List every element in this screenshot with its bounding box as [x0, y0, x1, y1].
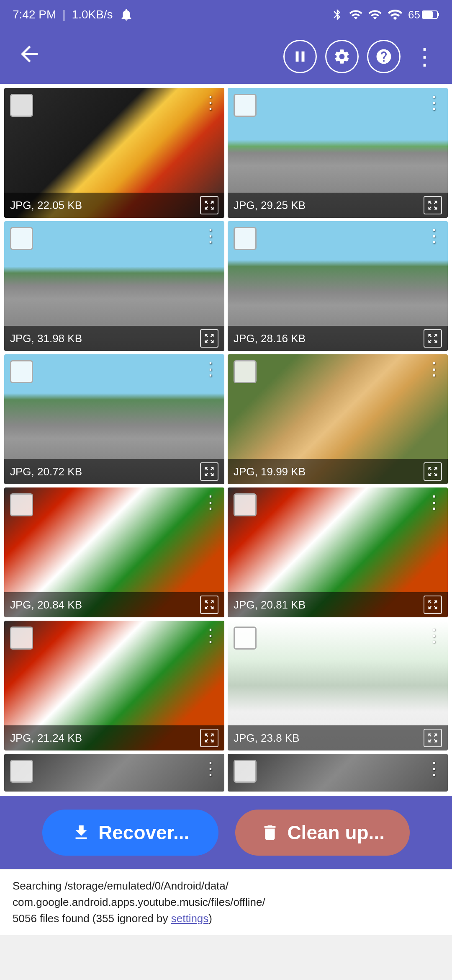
battery-level: 65	[408, 8, 420, 21]
photo-card: ⋮JPG, 20.72 KB	[4, 354, 224, 484]
expand-button[interactable]	[424, 329, 442, 348]
photo-checkbox[interactable]	[10, 360, 33, 383]
photo-card: ⋮JPG, 19.99 KB	[228, 354, 448, 484]
status-speed: 1.0KB/s	[72, 8, 113, 21]
recover-label: Recover...	[98, 821, 189, 844]
wifi-icon	[387, 7, 403, 23]
expand-button[interactable]	[424, 462, 442, 481]
settings-button[interactable]	[325, 40, 359, 73]
expand-button[interactable]	[200, 462, 218, 481]
alarm-icon	[119, 8, 134, 22]
photo-card: ⋮JPG, 20.84 KB	[4, 487, 224, 617]
file-info-bar: JPG, 20.84 KB	[4, 592, 224, 617]
photo-checkbox[interactable]	[234, 760, 257, 783]
photo-card: ⋮JPG, 23.8 KB	[228, 621, 448, 750]
status-bar: 7:42 PM | 1.0KB/s 65	[0, 0, 452, 29]
file-format-size: JPG, 20.84 KB	[10, 598, 82, 611]
back-button[interactable]	[13, 37, 46, 76]
photo-card: ⋮JPG, 28.16 KB	[228, 221, 448, 351]
status-right: 65	[331, 7, 439, 23]
photo-more-button[interactable]: ⋮	[425, 360, 442, 378]
photo-checkbox[interactable]	[234, 227, 257, 250]
file-info-bar: JPG, 31.98 KB	[4, 326, 224, 351]
file-format-size: JPG, 29.25 KB	[234, 199, 306, 212]
bluetooth-icon	[331, 8, 344, 21]
photo-card: ⋮JPG, 20.81 KB	[228, 487, 448, 617]
expand-button[interactable]	[424, 596, 442, 614]
file-format-size: JPG, 21.24 KB	[10, 732, 82, 745]
photo-card: ⋮JPG, 29.25 KB	[228, 88, 448, 218]
overflow-menu-button[interactable]: ⋮	[409, 39, 439, 74]
battery-indicator: 65	[408, 8, 439, 21]
file-format-size: JPG, 31.98 KB	[10, 332, 82, 345]
photo-more-button[interactable]: ⋮	[202, 94, 218, 111]
photo-checkbox[interactable]	[234, 94, 257, 117]
photo-checkbox[interactable]	[234, 493, 257, 516]
file-info-bar: JPG, 29.25 KB	[228, 193, 448, 218]
expand-button[interactable]	[200, 729, 218, 747]
top-bar: ⋮	[0, 29, 452, 84]
file-info-bar: JPG, 23.8 KB	[228, 725, 448, 750]
file-format-size: JPG, 20.72 KB	[10, 465, 82, 478]
file-format-size: JPG, 23.8 KB	[234, 732, 300, 745]
photo-checkbox[interactable]	[234, 360, 257, 383]
recover-button[interactable]: Recover...	[42, 810, 218, 856]
photo-card: ⋮JPG, 31.98 KB	[4, 221, 224, 351]
photo-more-button[interactable]: ⋮	[425, 227, 442, 245]
file-info-bar: JPG, 28.16 KB	[228, 326, 448, 351]
file-format-size: JPG, 19.99 KB	[234, 465, 306, 478]
status-footer: Searching /storage/emulated/0/Android/da…	[0, 869, 452, 935]
file-format-size: JPG, 22.05 KB	[10, 199, 82, 212]
signal-icon-1	[349, 8, 363, 22]
svg-rect-1	[437, 13, 439, 16]
file-info-bar: JPG, 22.05 KB	[4, 193, 224, 218]
photo-checkbox[interactable]	[10, 760, 33, 783]
photo-card: ⋮	[228, 754, 448, 792]
photo-more-button[interactable]: ⋮	[202, 627, 218, 644]
status-time: 7:42 PM	[13, 8, 56, 21]
photo-more-button[interactable]: ⋮	[202, 760, 218, 777]
photo-grid: ⋮JPG, 22.05 KB ⋮JPG, 29.25 KB ⋮JPG, 31.9…	[0, 84, 452, 796]
photo-checkbox[interactable]	[10, 493, 33, 516]
top-bar-right: ⋮	[283, 39, 439, 74]
photo-checkbox[interactable]	[10, 94, 33, 117]
cleanup-button[interactable]: Clean up...	[235, 810, 410, 856]
expand-button[interactable]	[424, 196, 442, 214]
help-button[interactable]	[367, 40, 401, 73]
photo-more-button[interactable]: ⋮	[425, 627, 442, 644]
top-bar-left	[13, 37, 46, 76]
photo-checkbox[interactable]	[10, 627, 33, 650]
expand-button[interactable]	[424, 729, 442, 747]
svg-rect-2	[423, 11, 433, 18]
photo-more-button[interactable]: ⋮	[425, 94, 442, 111]
expand-button[interactable]	[200, 196, 218, 214]
trash-icon	[260, 823, 280, 842]
bottom-action-bar: Recover... Clean up...	[0, 796, 452, 869]
photo-card: ⋮	[4, 754, 224, 792]
photo-checkbox[interactable]	[10, 227, 33, 250]
photo-card: ⋮JPG, 21.24 KB	[4, 621, 224, 750]
footer-line1: Searching /storage/emulated/0/Android/da…	[13, 879, 265, 925]
photo-more-button[interactable]: ⋮	[202, 227, 218, 245]
expand-button[interactable]	[200, 329, 218, 348]
file-info-bar: JPG, 20.81 KB	[228, 592, 448, 617]
file-format-size: JPG, 28.16 KB	[234, 332, 306, 345]
file-format-size: JPG, 20.81 KB	[234, 598, 306, 611]
status-separator: |	[62, 8, 65, 21]
status-left: 7:42 PM | 1.0KB/s	[13, 8, 134, 22]
photo-checkbox[interactable]	[234, 627, 257, 650]
file-info-bar: JPG, 21.24 KB	[4, 725, 224, 750]
expand-button[interactable]	[200, 596, 218, 614]
file-info-bar: JPG, 19.99 KB	[228, 459, 448, 484]
photo-more-button[interactable]: ⋮	[425, 760, 442, 777]
signal-icon-2	[368, 8, 382, 22]
file-info-bar: JPG, 20.72 KB	[4, 459, 224, 484]
photo-more-button[interactable]: ⋮	[202, 360, 218, 378]
cleanup-label: Clean up...	[287, 821, 385, 844]
photo-more-button[interactable]: ⋮	[202, 493, 218, 511]
battery-icon	[422, 8, 439, 21]
pause-button[interactable]	[283, 40, 317, 73]
settings-link[interactable]: settings	[171, 912, 209, 925]
photo-more-button[interactable]: ⋮	[425, 493, 442, 511]
photo-card: ⋮JPG, 22.05 KB	[4, 88, 224, 218]
